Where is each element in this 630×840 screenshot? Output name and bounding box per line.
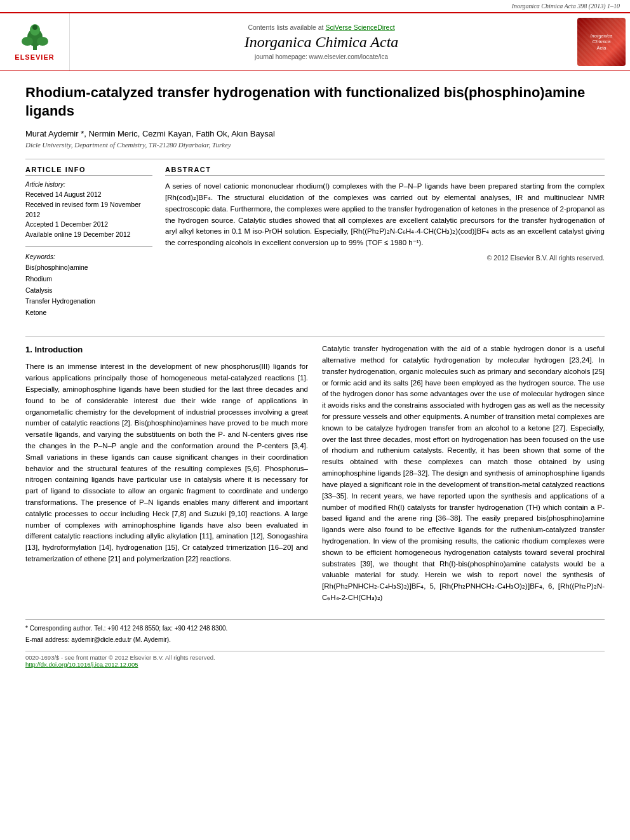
abstract-header: ABSTRACT bbox=[165, 166, 605, 176]
journal-header: ELSEVIER Contents lists available at Sci… bbox=[0, 12, 630, 71]
citation-bar: Inorganica Chimica Acta 398 (2013) 1–10 bbox=[0, 0, 630, 12]
body-right-col: Catalytic transfer hydrogenation with th… bbox=[322, 343, 605, 610]
logo-title2: Chimica bbox=[593, 39, 611, 45]
journal-logo-area: Inorganica Chimica Acta bbox=[573, 13, 630, 70]
accepted-date: Accepted 1 December 2012 bbox=[25, 220, 152, 230]
contents-line: Contents lists available at SciVerse Sci… bbox=[248, 23, 394, 31]
svg-point-2 bbox=[22, 37, 33, 46]
footer-doi[interactable]: http://dx.doi.org/10.1016/j.ica.2012.12.… bbox=[25, 661, 605, 668]
footer-issn: 0020-1693/$ - see front matter © 2012 El… bbox=[25, 654, 605, 661]
footnote-email: E-mail address: aydemir@dicle.edu.tr (M.… bbox=[25, 635, 605, 644]
sciversedirect-link[interactable]: SciVerse ScienceDirect bbox=[325, 23, 394, 31]
article-info-header: ARTICLE INFO bbox=[25, 166, 152, 176]
logo-title1: Inorganica bbox=[590, 33, 612, 39]
citation-text: Inorganica Chimica Acta 398 (2013) 1–10 bbox=[512, 3, 620, 10]
authors-text: Murat Aydemir *, Nermin Meric, Cezmi Kay… bbox=[25, 129, 275, 138]
divider-1 bbox=[25, 159, 605, 159]
elsevier-brand-text: ELSEVIER bbox=[15, 53, 54, 61]
keywords-label: Keywords: bbox=[25, 253, 152, 260]
intro-paragraph-2: Catalytic transfer hydrogenation with th… bbox=[322, 343, 605, 604]
divider-2 bbox=[25, 337, 605, 337]
footnotes-area: * Corresponding author. Tel.: +90 412 24… bbox=[25, 619, 605, 644]
body-left-col: 1. Introduction There is an immense inte… bbox=[25, 343, 308, 610]
info-abstract-section: ARTICLE INFO Article history: Received 1… bbox=[25, 166, 605, 325]
keyword-5: Ketone bbox=[25, 307, 152, 319]
abstract-text: A series of novel cationic mononuclear r… bbox=[165, 181, 605, 249]
abstract-panel: ABSTRACT A series of novel cationic mono… bbox=[165, 166, 605, 325]
journal-title: Inorganica Chimica Acta bbox=[245, 34, 399, 51]
info-divider bbox=[25, 246, 152, 247]
journal-title-area: Contents lists available at SciVerse Sci… bbox=[70, 13, 573, 70]
elsevier-logo: ELSEVIER bbox=[15, 23, 54, 61]
body-section: 1. Introduction There is an immense inte… bbox=[25, 343, 605, 610]
history-group: Article history: Received 14 August 2012… bbox=[25, 181, 152, 240]
keyword-3: Catalysis bbox=[25, 285, 152, 297]
keywords-group: Keywords: Bis(phosphino)amine Rhodium Ca… bbox=[25, 253, 152, 319]
footnote-star: * Corresponding author. Tel.: +90 412 24… bbox=[25, 623, 605, 633]
article-content: Rhodium-catalyzed transfer hydrogenation… bbox=[0, 71, 630, 681]
svg-point-3 bbox=[37, 37, 48, 46]
journal-homepage: journal homepage: www.elsevier.com/locat… bbox=[255, 53, 388, 60]
available-date: Available online 19 December 2012 bbox=[25, 230, 152, 240]
page: Inorganica Chimica Acta 398 (2013) 1–10 … bbox=[0, 0, 630, 840]
copyright-line: © 2012 Elsevier B.V. All rights reserved… bbox=[165, 254, 605, 262]
logo-title3: Acta bbox=[596, 45, 606, 51]
intro-paragraph-1: There is an immense interest in the deve… bbox=[25, 361, 308, 565]
keyword-4: Transfer Hydrogenation bbox=[25, 296, 152, 307]
svg-point-5 bbox=[32, 25, 37, 30]
authors-line: Murat Aydemir *, Nermin Meric, Cezmi Kay… bbox=[25, 129, 605, 138]
footer-bar: 0020-1693/$ - see front matter © 2012 El… bbox=[25, 651, 605, 668]
article-title: Rhodium-catalyzed transfer hydrogenation… bbox=[25, 84, 605, 120]
keyword-2: Rhodium bbox=[25, 274, 152, 285]
elsevier-tree-icon bbox=[16, 23, 54, 52]
revised-date: Received in revised form 19 November 201… bbox=[25, 200, 152, 220]
received-date: Received 14 August 2012 bbox=[25, 190, 152, 200]
keyword-1: Bis(phosphino)amine bbox=[25, 262, 152, 274]
journal-logo-box: Inorganica Chimica Acta bbox=[577, 18, 626, 66]
elsevier-logo-area: ELSEVIER bbox=[0, 13, 70, 70]
article-info-panel: ARTICLE INFO Article history: Received 1… bbox=[25, 166, 152, 325]
intro-section-title: 1. Introduction bbox=[25, 343, 308, 356]
affiliation: Dicle University, Department of Chemistr… bbox=[25, 141, 605, 149]
keywords-list: Bis(phosphino)amine Rhodium Catalysis Tr… bbox=[25, 262, 152, 319]
history-label: Article history: bbox=[25, 181, 152, 188]
